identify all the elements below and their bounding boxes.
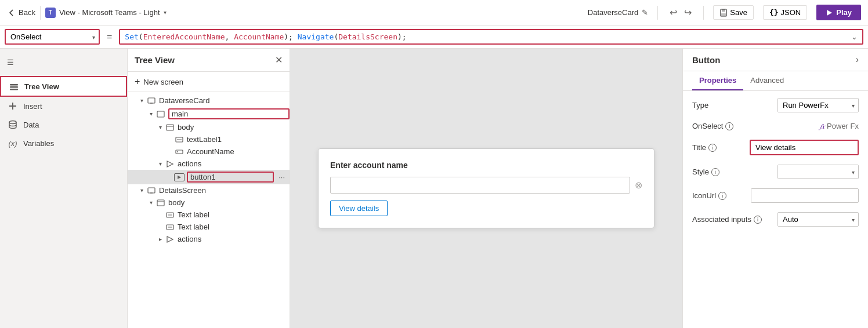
body2-label: body [168,198,290,207]
tab-properties[interactable]: Properties [692,71,743,90]
layers-icon [8,81,20,92]
back-button[interactable]: Back [7,8,35,17]
tree-node-textlabel1[interactable]: textLabel1 [128,133,290,145]
style-select[interactable] [778,165,858,178]
card-view-details-button[interactable]: View details [330,201,388,216]
accountname-label: AccountName [187,147,290,156]
left-sidebar: ☰ Tree View Insert [0,49,128,328]
svg-rect-20 [148,188,155,193]
save-button[interactable]: Save [713,5,754,20]
tree-node-textlabel2[interactable]: Text label [128,209,290,221]
assoc-inputs-info-icon[interactable]: i [754,216,762,224]
iconurl-input-wrapper[interactable] [751,188,859,203]
view-selector[interactable]: T View - Microsoft Teams - Light ▾ [45,8,167,18]
svg-rect-10 [148,98,155,103]
expand-icon[interactable]: ▾ [155,161,165,167]
hamburger-icon[interactable]: ☰ [0,53,127,71]
tab-advanced[interactable]: Advanced [743,71,791,90]
new-screen-button[interactable]: + New screen [128,72,290,92]
sidebar-top: ☰ [0,49,127,76]
tree-node-body2[interactable]: ▾ body [128,196,290,209]
prop-assoc-inputs-row: Associated inputs i Auto ▾ [692,212,859,227]
input-icon [174,148,185,156]
card-input-field[interactable] [330,177,630,194]
expand-icon[interactable]: ▾ [146,199,155,206]
type-select-wrapper[interactable]: Run PowerFx ▾ [777,98,859,112]
tree-node-body1[interactable]: ▾ body [128,121,290,133]
title-input-wrapper[interactable] [750,140,859,155]
label-icon [174,136,185,144]
edit-name-icon[interactable]: ✎ [642,8,648,17]
top-bar-left: Back T View - Microsoft Teams - Light ▾ [7,6,581,20]
tree-node-button1[interactable]: ▶ button1 ··· [128,170,290,184]
assoc-inputs-select-wrapper[interactable]: Auto ▾ [777,212,859,227]
detailsscreen-label: DetailsScreen [159,186,290,195]
tree-node-actions2[interactable]: ▸ actions [128,233,290,245]
expand-icon[interactable]: ▾ [146,111,155,117]
button1-more-icon[interactable]: ··· [274,173,290,181]
iconurl-input[interactable] [751,189,858,202]
svg-rect-13 [167,125,173,130]
json-button[interactable]: {} JSON [763,5,807,20]
redo-button[interactable]: ↪ [682,5,694,20]
svg-marker-19 [167,161,173,167]
canvas: Enter account name ⊗ View details [290,49,682,328]
tree-content: ▾ DataverseCard ▾ main [128,92,290,328]
right-panel-header: Button › [683,49,868,71]
type-label: Type [692,101,708,110]
view-label-text: View - Microsoft Teams - Light [59,8,160,17]
play-button[interactable]: Play [816,5,861,20]
formula-expand-icon[interactable]: ⌄ [851,32,858,41]
title-info-icon[interactable]: i [708,144,717,152]
variables-label: Variables [23,139,54,148]
button-icon: ▶ [174,173,185,181]
expand-icon2[interactable]: ▸ [155,236,165,242]
property-selector[interactable]: OnSelect ▾ [5,29,100,45]
right-panel-content: Type Run PowerFx ▾ OnSelect i 𝑓𝑥 Power [683,91,868,234]
type-select[interactable]: Run PowerFx [778,99,858,112]
sidebar-item-insert[interactable]: Insert [0,97,127,115]
right-panel-close-icon[interactable]: › [856,54,859,65]
style-label: Style i [692,167,719,176]
tree-node-main[interactable]: ▾ main [128,107,290,121]
assoc-inputs-select[interactable]: Auto [778,213,858,226]
main-layout: ☰ Tree View Insert [0,49,868,328]
top-bar: Back T View - Microsoft Teams - Light ▾ … [0,0,868,25]
divider3 [703,6,704,20]
sidebar-item-variables[interactable]: (x) Variables [0,134,127,152]
main-label: main [168,108,290,119]
title-input[interactable] [751,141,858,154]
expand-icon[interactable]: ▾ [137,97,146,104]
expand-icon[interactable]: ▾ [137,187,146,194]
svg-rect-22 [157,200,164,206]
style-info-icon[interactable]: i [711,168,719,176]
onselect-info-icon[interactable]: i [725,122,733,130]
chevron-down-icon: ▾ [164,9,167,16]
iconurl-info-icon[interactable]: i [718,192,726,200]
tree-close-button[interactable]: ✕ [275,54,283,65]
property-dropdown[interactable]: OnSelect [6,30,99,43]
sidebar-item-data[interactable]: Data [0,115,127,134]
back-label: Back [19,8,35,17]
svg-rect-1 [722,9,725,12]
tree-node-textlabel3[interactable]: Text label [128,221,290,233]
undo-button[interactable]: ↩ [667,5,679,20]
teams-icon: T [45,8,56,18]
iconurl-label: IconUrl i [692,191,726,200]
tree-node-accountname[interactable]: AccountName [128,145,290,158]
data-label: Data [23,121,39,129]
svg-marker-3 [827,10,832,16]
onselect-powerfx[interactable]: 𝑓𝑥 Power Fx [820,122,859,130]
svg-rect-17 [176,150,183,154]
right-panel-tabs: Properties Advanced [683,71,868,91]
style-select-wrapper[interactable]: ▾ [777,165,859,179]
label-icon2 [165,211,175,219]
card-preview: Enter account name ⊗ View details [318,148,654,228]
tree-node-actions1[interactable]: ▾ actions [128,158,290,170]
card-clear-button[interactable]: ⊗ [635,180,642,191]
tree-node-dataversecard[interactable]: ▾ DataverseCard [128,94,290,107]
formula-input-area[interactable]: Set(EnteredAccountName, AccountName); Na… [119,29,863,45]
expand-icon[interactable]: ▾ [155,124,165,130]
sidebar-item-tree-view[interactable]: Tree View [0,76,127,97]
tree-node-detailsscreen[interactable]: ▾ DetailsScreen [128,184,290,196]
